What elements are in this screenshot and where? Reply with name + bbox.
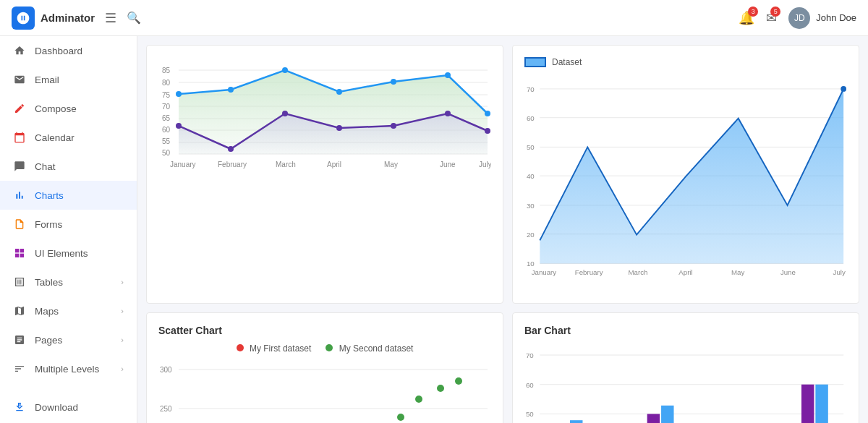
svg-point-24	[391, 79, 396, 85]
bar	[570, 420, 582, 423]
svg-text:50: 50	[162, 149, 171, 157]
maps-arrow: ›	[121, 307, 124, 315]
sidebar-item-email[interactable]: Email	[0, 65, 137, 94]
chat-icon	[13, 160, 26, 173]
sidebar-item-tables-label: Tables	[35, 277, 112, 288]
sidebar-item-tables[interactable]: Tables ›	[0, 268, 137, 296]
charts-icon	[13, 189, 26, 202]
svg-text:July: July	[479, 161, 491, 168]
forms-icon	[13, 218, 26, 231]
svg-text:60: 60	[526, 381, 534, 389]
sidebar-item-dashboard-label: Dashboard	[35, 46, 124, 56]
svg-text:55: 55	[162, 137, 171, 145]
legend-dot-2	[326, 344, 333, 351]
svg-text:70: 70	[526, 351, 534, 359]
avatar: JD	[788, 7, 810, 29]
sidebar-item-email-label: Email	[35, 74, 124, 85]
svg-point-31	[391, 123, 396, 129]
svg-point-23	[336, 89, 342, 95]
svg-text:January: January	[532, 268, 557, 276]
sidebar-item-pages-label: Pages	[35, 335, 112, 346]
svg-text:May: May	[384, 161, 398, 168]
area-chart-svg: 70 60 50 40 30 20 10	[524, 72, 847, 289]
email-icon	[13, 73, 26, 86]
sidebar-item-ui-elements[interactable]: UI Elements	[0, 239, 137, 268]
user-profile[interactable]: JD John Doe	[788, 7, 856, 29]
sidebar-item-charts[interactable]: Charts	[0, 181, 137, 210]
calendar-icon	[13, 131, 26, 144]
svg-text:30: 30	[527, 202, 535, 210]
svg-text:February: February	[218, 161, 247, 168]
svg-text:75: 75	[162, 91, 171, 99]
svg-point-22	[282, 67, 288, 73]
svg-rect-1	[20, 249, 24, 252]
logo-icon	[12, 7, 35, 30]
mail-button[interactable]: ✉ 5	[766, 10, 777, 26]
ui-icon	[13, 247, 26, 260]
svg-text:300: 300	[160, 366, 172, 374]
sidebar-item-calendar[interactable]: Calendar	[0, 123, 137, 152]
scatter-chart-title: Scatter Chart	[158, 325, 491, 336]
tables-arrow: ›	[121, 278, 124, 286]
sidebar-item-chat[interactable]: Chat	[0, 152, 137, 181]
search-icon[interactable]: 🔍	[127, 11, 141, 25]
bar-chart-title: Bar Chart	[524, 325, 847, 336]
scatter-legend-1: My First dataset	[237, 343, 312, 354]
svg-text:250: 250	[160, 405, 172, 413]
dataset-legend-box	[524, 57, 546, 67]
app-header: Adminator ☰ 🔍 🔔 3 ✉ 5 JD John Doe	[0, 0, 868, 36]
svg-point-25	[445, 72, 451, 78]
sidebar-item-download[interactable]: Download	[0, 391, 137, 423]
svg-point-27	[176, 123, 182, 129]
svg-text:50: 50	[526, 410, 534, 418]
svg-point-30	[336, 125, 342, 131]
area-chart-card: Dataset 70 60 50 40 30 20 10	[512, 45, 859, 304]
svg-rect-0	[15, 249, 19, 252]
mail-badge: 5	[770, 7, 780, 17]
maps-icon	[13, 304, 26, 317]
sidebar: Dashboard Email Compose Calendar Chat	[0, 36, 137, 423]
hamburger-icon[interactable]: ☰	[105, 10, 116, 26]
svg-point-26	[485, 111, 490, 116]
header-right: 🔔 3 ✉ 5 JD John Doe	[739, 7, 856, 29]
svg-text:June: June	[780, 268, 796, 276]
svg-point-29	[282, 111, 288, 116]
svg-text:April: April	[678, 268, 692, 276]
svg-point-32	[445, 111, 451, 116]
sidebar-item-maps[interactable]: Maps ›	[0, 296, 137, 325]
tables-icon	[13, 275, 26, 289]
sidebar-item-forms[interactable]: Forms	[0, 210, 137, 239]
line-chart-svg: 85 80 75 70 65 60 55 50	[158, 57, 491, 173]
sidebar-item-levels-label: Multiple Levels	[35, 364, 112, 375]
svg-text:July: July	[833, 268, 846, 276]
sidebar-item-multiple-levels[interactable]: Multiple Levels ›	[0, 354, 137, 383]
sidebar-item-maps-label: Maps	[35, 306, 112, 317]
notifications-button[interactable]: 🔔 3	[739, 10, 754, 26]
sidebar-item-compose[interactable]: Compose	[0, 94, 137, 123]
svg-point-89	[397, 414, 404, 421]
scatter-chart-card: Scatter Chart My First dataset My Second…	[146, 312, 503, 423]
notifications-badge: 3	[748, 7, 758, 17]
bar	[647, 414, 660, 423]
main-layout: Dashboard Email Compose Calendar Chat	[0, 36, 868, 423]
pages-icon	[13, 333, 26, 346]
sidebar-item-compose-label: Compose	[35, 103, 124, 114]
header-left: Adminator ☰ 🔍	[12, 7, 141, 30]
svg-text:June: June	[440, 161, 456, 168]
svg-text:February: February	[575, 268, 603, 276]
sidebar-item-dashboard[interactable]: Dashboard	[0, 36, 137, 65]
svg-rect-2	[15, 254, 19, 257]
app-title: Adminator	[41, 12, 95, 24]
sidebar-item-chat-label: Chat	[35, 161, 124, 172]
bar-chart-svg: 70 60 50	[524, 343, 847, 423]
svg-text:March: March	[276, 161, 296, 168]
svg-text:20: 20	[527, 231, 535, 239]
scatter-chart-svg: 300 250 200 150 100 50 0	[158, 359, 491, 423]
svg-text:January: January	[170, 161, 196, 168]
svg-point-28	[228, 146, 234, 152]
sidebar-item-calendar-label: Calendar	[35, 132, 124, 143]
svg-point-21	[228, 87, 234, 93]
scatter-legend-2: My Second dataset	[326, 343, 413, 354]
sidebar-item-pages[interactable]: Pages ›	[0, 325, 137, 354]
svg-rect-3	[20, 254, 24, 257]
